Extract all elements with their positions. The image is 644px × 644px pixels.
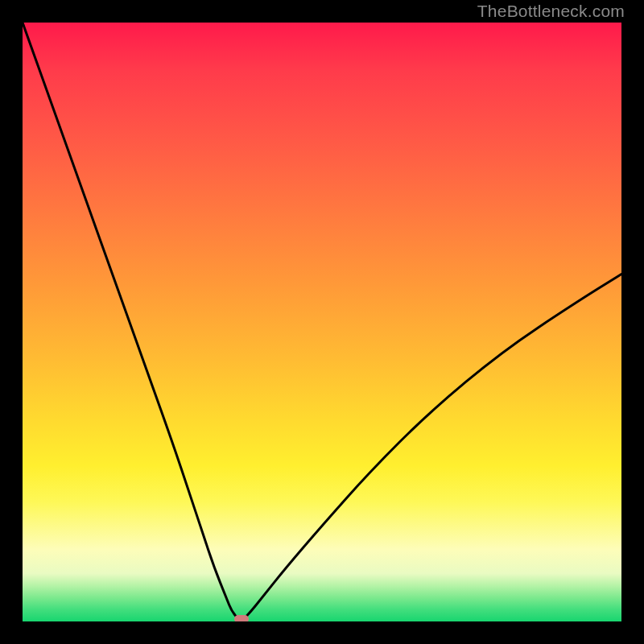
chart-frame: TheBottleneck.com xyxy=(0,0,644,644)
bottleneck-curve xyxy=(23,23,621,621)
watermark-text: TheBottleneck.com xyxy=(477,2,625,21)
plot-area xyxy=(23,23,621,621)
reference-marker xyxy=(234,615,249,621)
